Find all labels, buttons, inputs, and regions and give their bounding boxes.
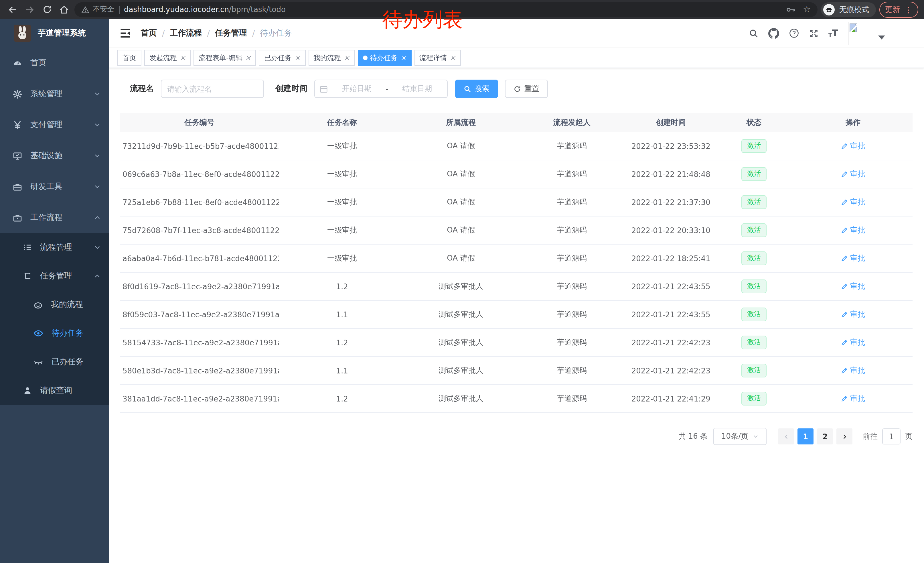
- sidebar-item-leave-query[interactable]: 请假查询: [0, 376, 109, 405]
- breadcrumb-item[interactable]: 首页: [141, 28, 157, 38]
- cell-task-name: 1.2: [279, 384, 406, 413]
- table-row: 8f0d1619-7ac8-11ec-a9e2-a2380e71991a 1.2…: [120, 272, 912, 300]
- tags-view-tab[interactable]: 我的流程 ×: [308, 50, 355, 66]
- sidebar-item-payment[interactable]: 支付管理: [0, 110, 109, 140]
- cell-starter: 芋道源码: [516, 272, 627, 300]
- browser-reload-icon[interactable]: [40, 3, 54, 17]
- col-status: 状态: [714, 113, 794, 132]
- goto-page-input[interactable]: [882, 428, 900, 444]
- sidebar-item-workflow[interactable]: 工作流程: [0, 202, 109, 233]
- tags-view: 首页 × 发起流程 × 流程表单-编辑 × 已办任务: [109, 48, 924, 68]
- search-icon[interactable]: [749, 29, 759, 38]
- prev-page-button[interactable]: [778, 428, 794, 444]
- cell-task-name: 一级审批: [279, 160, 406, 188]
- sidebar-item-todo-task[interactable]: 待办任务: [0, 319, 109, 348]
- date-range-picker[interactable]: 开始日期 - 结束日期: [314, 80, 448, 98]
- sidebar: 芋道管理系统 首页 系统管理 支付管理 基础设施 研发工具 工作流: [0, 19, 109, 563]
- sidebar-item-done-task[interactable]: 已办任务: [0, 348, 109, 376]
- process-name-input[interactable]: [161, 80, 264, 98]
- help-icon[interactable]: [789, 28, 799, 38]
- tags-view-tab[interactable]: 流程详情 ×: [414, 50, 460, 66]
- browser-forward-icon[interactable]: [23, 3, 37, 17]
- page-button-2[interactable]: 2: [817, 428, 833, 444]
- approve-link[interactable]: 审批: [841, 169, 865, 179]
- breadcrumb-separator: /: [162, 29, 165, 38]
- security-label[interactable]: 不安全: [93, 5, 114, 14]
- approve-link[interactable]: 审批: [841, 197, 865, 207]
- cell-process: OA 请假: [405, 188, 516, 216]
- search-button[interactable]: 搜索: [455, 80, 498, 98]
- tags-view-tab[interactable]: 待办任务 ×: [357, 50, 411, 66]
- approve-link[interactable]: 审批: [841, 365, 865, 376]
- github-icon[interactable]: [768, 28, 779, 39]
- fullscreen-icon[interactable]: [809, 29, 819, 38]
- approve-link[interactable]: 审批: [841, 225, 865, 236]
- address-bar[interactable]: 不安全 dashboard.yudao.iocoder.cn/bpm/task/…: [74, 2, 818, 17]
- cell-task-name: 一级审批: [279, 188, 406, 216]
- avatar[interactable]: [848, 21, 872, 45]
- edit-pencil-icon: [841, 143, 848, 150]
- calendar-icon: [320, 84, 328, 93]
- next-page-button[interactable]: [836, 428, 852, 444]
- sidebar-item-process-mgmt[interactable]: 流程管理: [0, 233, 109, 262]
- sidebar-item-infra[interactable]: 基础设施: [0, 140, 109, 171]
- status-badge: 激活: [741, 224, 766, 237]
- tags-view-tab[interactable]: 发起流程 ×: [144, 50, 190, 66]
- tags-view-tab[interactable]: 流程表单-编辑 ×: [194, 50, 256, 66]
- approve-link[interactable]: 审批: [841, 337, 865, 348]
- sidebar-item-system[interactable]: 系统管理: [0, 78, 109, 110]
- cell-process: 测试多审批人: [405, 272, 516, 300]
- chevron-down-icon: [94, 183, 101, 190]
- cell-task-id: 069c6a63-7b8a-11ec-8ef0-acde48001122: [120, 160, 279, 188]
- user-menu[interactable]: [848, 21, 885, 45]
- end-date-placeholder[interactable]: 结束日期: [392, 84, 442, 94]
- dashboard-icon: [13, 58, 22, 68]
- sidebar-item-my-process[interactable]: 我的流程: [0, 290, 109, 319]
- close-icon[interactable]: ×: [400, 54, 406, 61]
- user-icon: [23, 386, 32, 395]
- page-size-select[interactable]: 10条/页: [713, 428, 766, 445]
- close-icon[interactable]: ×: [344, 54, 350, 61]
- browser-update-button[interactable]: 更新 ⋮: [879, 2, 918, 18]
- font-size-icon[interactable]: TT: [828, 29, 838, 38]
- sidebar-item-devtools[interactable]: 研发工具: [0, 171, 109, 202]
- close-icon[interactable]: ×: [245, 54, 251, 61]
- close-icon[interactable]: ×: [294, 54, 300, 61]
- approve-link[interactable]: 审批: [841, 393, 865, 404]
- table-row: 8f059c03-7ac8-11ec-a9e2-a2380e71991a 1.1…: [120, 300, 912, 329]
- col-starter: 流程发起人: [516, 113, 627, 132]
- cell-create-time: 2022-01-22 20:33:10: [627, 216, 714, 244]
- close-icon[interactable]: ×: [180, 54, 186, 61]
- browser-back-icon[interactable]: [6, 3, 20, 17]
- sidebar-collapse-icon[interactable]: [119, 27, 132, 39]
- sidebar-item-home[interactable]: 首页: [0, 48, 109, 78]
- browser-home-icon[interactable]: [57, 3, 71, 17]
- approve-link[interactable]: 审批: [841, 281, 865, 291]
- approve-link[interactable]: 审批: [841, 309, 865, 320]
- approve-link[interactable]: 审批: [841, 253, 865, 263]
- warning-icon: [81, 6, 89, 14]
- sidebar-item-task-mgmt[interactable]: 任务管理: [0, 262, 109, 290]
- cell-starter: 芋道源码: [516, 357, 627, 384]
- tags-view-tab[interactable]: 已办任务 ×: [259, 50, 305, 66]
- navbar: 首页 / 工作流程 / 任务管理 / 待办任务 TT: [109, 19, 924, 48]
- sidebar-logo[interactable]: 芋道管理系统: [0, 19, 109, 48]
- close-icon[interactable]: ×: [450, 54, 455, 61]
- table-row: 381aa1dd-7ac8-11ec-a9e2-a2380e71991a 1.2…: [120, 384, 912, 413]
- reset-button[interactable]: 重置: [505, 80, 548, 98]
- breadcrumb-item[interactable]: 工作流程: [170, 28, 202, 38]
- browser-menu-icon[interactable]: ⋮: [904, 6, 912, 14]
- url-text[interactable]: dashboard.yudao.iocoder.cn/bpm/task/todo: [124, 5, 781, 14]
- toolbox-icon: [13, 182, 22, 192]
- chevron-down-icon: [94, 152, 101, 159]
- tags-view-tab[interactable]: 首页 ×: [117, 50, 141, 66]
- cell-create-time: 2022-01-22 18:25:41: [627, 244, 714, 272]
- breadcrumb-item[interactable]: 任务管理: [215, 28, 247, 38]
- page-button-1[interactable]: 1: [798, 428, 813, 444]
- eye-closed-icon: [33, 357, 44, 367]
- password-key-icon[interactable]: [786, 6, 796, 14]
- bookmark-star-icon[interactable]: ☆: [803, 5, 811, 14]
- cell-task-name: 一级审批: [279, 132, 406, 160]
- start-date-placeholder[interactable]: 开始日期: [332, 84, 382, 94]
- approve-link[interactable]: 审批: [841, 141, 865, 151]
